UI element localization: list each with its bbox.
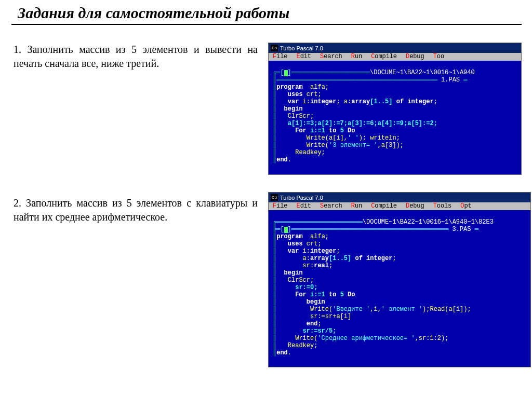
menubar-2[interactable]: File Edit Search Run Compile Debug Tools… (269, 202, 530, 210)
task-2-text: 2. Заполнить массив из 5 элементов с кла… (14, 196, 258, 224)
titlebar-1: C:\ Turbo Pascal 7.0 (269, 43, 521, 53)
close-box-icon[interactable] (284, 70, 288, 76)
turbo-pascal-window-1: C:\ Turbo Pascal 7.0 File Edit Search Ru… (268, 43, 522, 175)
close-box-icon[interactable] (284, 227, 288, 233)
task-1-text: 1. Заполнить массив из 5 элементов и выв… (14, 43, 258, 71)
cmd-icon: C:\ (271, 45, 278, 51)
titlebar-2: C:\ Turbo Pascal 7.0 (269, 193, 530, 202)
editor-body-1[interactable]: ╔═[]═════════════════════\DOCUME~1\BA22~… (269, 61, 521, 174)
titlebar-text: Turbo Pascal 7.0 (280, 195, 323, 201)
title-underline (11, 24, 522, 25)
editor-body-2[interactable]: ╔═══════════════════════\DOCUME~1\BA22~1… (269, 210, 530, 367)
page-title: Задания для самостоятельной работы (0, 0, 532, 24)
turbo-pascal-window-2: C:\ Turbo Pascal 7.0 File Edit Search Ru… (268, 192, 531, 367)
menubar-1[interactable]: File Edit Search Run Compile Debug Too (269, 53, 521, 61)
titlebar-text: Turbo Pascal 7.0 (280, 45, 323, 51)
cmd-icon: C:\ (271, 194, 278, 201)
